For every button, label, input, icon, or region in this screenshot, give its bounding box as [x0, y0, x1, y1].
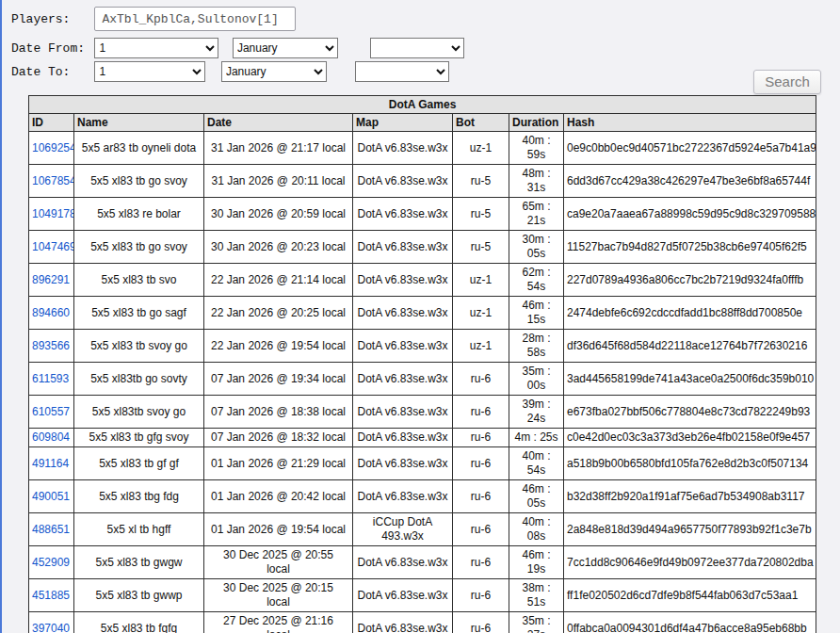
- cell-hash: 6dd3d67cc429a38c426297e47be3e6bf8a65744f: [564, 165, 816, 198]
- cell-hash: 3ad445658199de741a43ace0a2500f6dc359b010: [564, 363, 816, 396]
- cell-date: 30 Dec 2025 @ 20:55 local: [204, 546, 353, 579]
- cell-bot: ru-6: [453, 480, 509, 513]
- table-row: 4518855x5 xl83 tb gwwp30 Dec 2025 @ 20:1…: [29, 579, 816, 612]
- game-id-link[interactable]: 896291: [32, 273, 70, 286]
- game-id-link[interactable]: 452909: [32, 556, 70, 569]
- cell-duration: 35m : 27s: [509, 612, 564, 633]
- game-id-link[interactable]: 1069254: [32, 141, 74, 154]
- cell-bot: ru-6: [453, 363, 509, 396]
- cell-hash: 11527bac7b94d827d5f0725b38cb6e97405f62f5: [564, 231, 816, 264]
- games-table: DotA Games ID Name Date Map Bot Duration…: [28, 95, 816, 633]
- cell-name: 5x5 xl83 tb gf gf: [74, 447, 204, 480]
- cell-id: 896291: [29, 264, 74, 297]
- cell-hash: 0e9c0bb0ec9d40571bc2722367d5924e5a7b41a9: [564, 132, 816, 165]
- cell-duration: 48m : 31s: [509, 165, 564, 198]
- cell-bot: ru-5: [453, 231, 509, 264]
- cell-map: DotA v6.83se.w3x: [353, 330, 453, 363]
- cell-id: 488651: [29, 513, 74, 546]
- table-row: 3970405x5 xl83 tb fgfg27 Dec 2025 @ 21:1…: [29, 612, 816, 633]
- search-form: Players: Date From: 1 January Date To: 1…: [2, 0, 840, 82]
- col-header-name: Name: [74, 114, 204, 132]
- cell-duration: 30m : 05s: [509, 231, 564, 264]
- game-id-link[interactable]: 490051: [32, 490, 70, 503]
- cell-map: DotA v6.83se.w3x: [353, 264, 453, 297]
- date-from-year-select[interactable]: [370, 38, 464, 58]
- game-id-link[interactable]: 1047469: [32, 240, 74, 253]
- cell-id: 1067854: [29, 165, 74, 198]
- cell-hash: 2a848e818d39d494a9657750f77893b92f1c3e7b: [564, 513, 816, 546]
- cell-map: DotA v6.83se.w3x: [353, 165, 453, 198]
- page: { "form": { "players_label": "Players:",…: [0, 0, 840, 633]
- col-header-id: ID: [29, 114, 74, 132]
- cell-id: 894660: [29, 297, 74, 330]
- cell-id: 491164: [29, 447, 74, 480]
- cell-name: 5x5 xl83 tb go svoy: [74, 231, 204, 264]
- game-id-link[interactable]: 893566: [32, 339, 70, 352]
- date-to-day-select[interactable]: 1: [94, 61, 205, 82]
- players-label: Players:: [11, 12, 90, 26]
- cell-name: 5x5 xl83tb svoy go: [74, 396, 204, 429]
- date-to-month-select[interactable]: January: [221, 61, 327, 82]
- cell-date: 30 Jan 2026 @ 20:59 local: [204, 198, 353, 231]
- col-header-duration: Duration: [509, 114, 564, 132]
- game-id-link[interactable]: 1067854: [32, 174, 74, 187]
- game-id-link[interactable]: 610557: [32, 405, 70, 418]
- date-to-label: Date To:: [11, 65, 90, 79]
- game-id-link[interactable]: 1049178: [32, 207, 74, 220]
- game-id-link[interactable]: 609804: [32, 430, 70, 444]
- cell-bot: ru-6: [453, 396, 509, 429]
- cell-map: DotA v6.83se.w3x: [353, 297, 453, 330]
- search-button[interactable]: Search: [753, 70, 821, 94]
- cell-duration: 46m : 15s: [509, 297, 564, 330]
- game-id-link[interactable]: 397040: [32, 622, 70, 633]
- game-id-link[interactable]: 491164: [32, 457, 69, 470]
- cell-map: iCCup DotA 493.w3x: [353, 513, 453, 546]
- cell-date: 30 Jan 2026 @ 20:23 local: [204, 231, 353, 264]
- game-id-link[interactable]: 894660: [32, 306, 70, 319]
- cell-duration: 40m : 59s: [509, 132, 564, 165]
- cell-map: DotA v6.83se.w3x: [353, 363, 453, 396]
- cell-hash: ff1fe020502d6cd7dfe9b8f544fab063d7c53aa1: [564, 579, 816, 612]
- cell-map: DotA v6.83se.w3x: [353, 198, 453, 231]
- game-id-link[interactable]: 611593: [32, 372, 69, 385]
- cell-date: 22 Jan 2026 @ 19:54 local: [204, 330, 353, 363]
- game-id-link[interactable]: 488651: [32, 523, 70, 536]
- cell-hash: df36d645f68d584d22118ace12764b7f72630216: [564, 330, 816, 363]
- cell-date: 07 Jan 2026 @ 18:38 local: [204, 396, 353, 429]
- table-title-row: DotA Games: [29, 96, 816, 114]
- table-row: 10692545x5 ar83 tb oyneli dota31 Jan 202…: [29, 132, 816, 165]
- date-from-label: Date From:: [11, 41, 90, 56]
- table-row: 6098045x5 xl83 tb gfg svoy07 Jan 2026 @ …: [29, 429, 816, 447]
- cell-duration: 39m : 24s: [509, 396, 564, 429]
- players-input[interactable]: [94, 7, 296, 31]
- cell-duration: 40m : 08s: [509, 513, 564, 546]
- cell-hash: 0ffabca0a0094301d6df4a47b6acce8a95eb68bb: [564, 612, 816, 633]
- cell-date: 31 Jan 2026 @ 20:11 local: [204, 165, 353, 198]
- cell-date: 07 Jan 2026 @ 18:32 local: [204, 429, 353, 447]
- cell-name: 5x5 xl83 re bolar: [74, 198, 204, 231]
- cell-id: 397040: [29, 612, 74, 633]
- cell-map: DotA v6.83se.w3x: [353, 612, 453, 633]
- cell-id: 452909: [29, 546, 74, 579]
- cell-duration: 46m : 05s: [509, 480, 564, 513]
- cell-name: 5x5 xl83 tb fgfg: [74, 612, 204, 633]
- cell-id: 609804: [29, 429, 74, 447]
- game-id-link[interactable]: 451885: [32, 589, 70, 602]
- cell-date: 22 Jan 2026 @ 20:25 local: [204, 297, 353, 330]
- table-row: 8935665x5 xl83 tb svoy go22 Jan 2026 @ 1…: [29, 330, 816, 363]
- cell-id: 893566: [29, 330, 74, 363]
- cell-map: DotA v6.83se.w3x: [353, 546, 453, 579]
- date-to-year-select[interactable]: [355, 61, 449, 82]
- cell-date: 22 Jan 2026 @ 21:14 local: [204, 264, 353, 297]
- cell-name: 5x5 xl83 tb go sagf: [74, 297, 204, 330]
- col-header-map: Map: [353, 114, 453, 132]
- date-from-month-select[interactable]: January: [233, 38, 338, 58]
- cell-bot: uz-1: [453, 330, 509, 363]
- cell-duration: 38m : 51s: [509, 579, 564, 612]
- cell-hash: 7cc1dd8c90646e9fd49b0972ee377da720802dba: [564, 546, 816, 579]
- date-from-day-select[interactable]: 1: [94, 38, 218, 58]
- cell-id: 490051: [29, 480, 74, 513]
- cell-id: 610557: [29, 396, 74, 429]
- cell-duration: 62m : 54s: [509, 264, 564, 297]
- table-row: 4886515x5 xl tb hgff01 Jan 2026 @ 19:54 …: [29, 513, 816, 546]
